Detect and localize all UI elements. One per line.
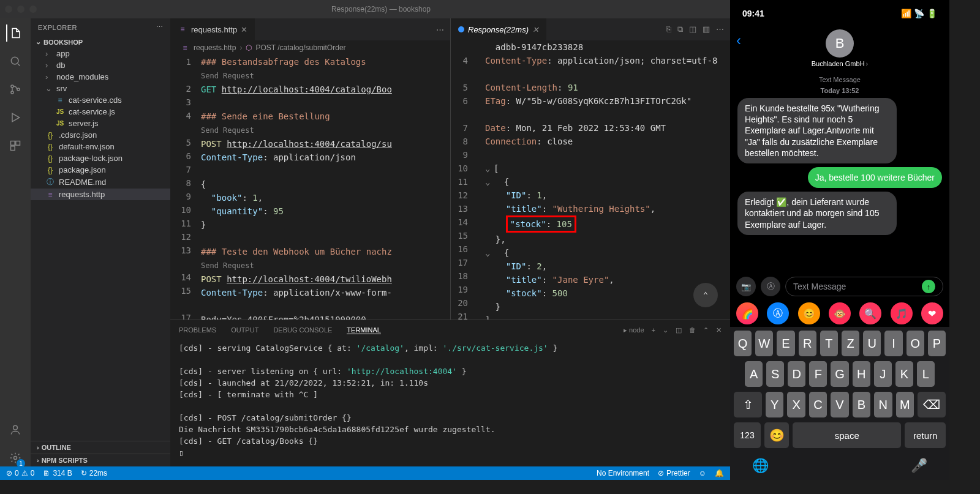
- tab-output[interactable]: OUTPUT: [231, 326, 258, 334]
- tab-requests[interactable]: ≡ requests.http ✕: [170, 18, 255, 40]
- status-feedback-icon[interactable]: ☺: [699, 469, 706, 477]
- project-root[interactable]: ⌄BOOKSHOP: [31, 36, 170, 48]
- save-icon[interactable]: ⎘: [666, 24, 671, 34]
- key-e[interactable]: E: [777, 331, 794, 356]
- backspace-key[interactable]: ⌫: [918, 392, 946, 417]
- key-y[interactable]: Y: [766, 392, 783, 417]
- app-stickers[interactable]: 🐵: [829, 302, 851, 324]
- code-editor-right[interactable]: 456789101112131415161718192021 adbb-9147…: [451, 40, 730, 320]
- source-control-icon[interactable]: [7, 81, 24, 98]
- key-c[interactable]: C: [809, 392, 827, 417]
- file-package[interactable]: {}package.json: [31, 164, 170, 176]
- traffic-lights[interactable]: [5, 6, 37, 13]
- key-o[interactable]: O: [907, 331, 924, 356]
- folder-node-modules[interactable]: ›node_modules: [31, 71, 170, 83]
- app-photos[interactable]: 🌈: [736, 302, 758, 324]
- key-v[interactable]: V: [831, 392, 848, 417]
- key-g[interactable]: G: [831, 361, 848, 387]
- return-key[interactable]: return: [905, 422, 946, 448]
- key-f[interactable]: F: [809, 361, 827, 387]
- layout-icon[interactable]: ▥: [703, 24, 710, 34]
- folder-app[interactable]: ›app: [31, 48, 170, 59]
- terminal-output[interactable]: [cds] - serving CatalogService { at: '/c…: [170, 340, 730, 466]
- folder-db[interactable]: ›db: [31, 59, 170, 71]
- more-icon[interactable]: ⋯: [716, 24, 724, 34]
- code-editor-left[interactable]: 12345678910111213141517 ### Bestandsabfr…: [170, 55, 450, 320]
- key-d[interactable]: D: [788, 361, 805, 387]
- camera-icon[interactable]: 📷: [736, 277, 756, 296]
- split-icon[interactable]: ◫: [689, 24, 696, 34]
- message-incoming[interactable]: Erledigt ✅, dein Lieferant wurde kontakt…: [737, 192, 897, 235]
- folder-srv[interactable]: ⌄srv: [31, 83, 170, 94]
- app-search[interactable]: 🔍: [859, 302, 881, 324]
- chevron-up-icon[interactable]: ⌃: [703, 326, 709, 334]
- min-dot[interactable]: [17, 6, 24, 13]
- chat-body[interactable]: Text Message Today 13:52 Ein Kunde beste…: [730, 72, 949, 273]
- close-icon[interactable]: ✕: [241, 25, 247, 34]
- message-input[interactable]: Text Message ↑: [785, 277, 943, 296]
- message-outgoing[interactable]: Ja, bestelle 100 weitere Bücher: [808, 167, 942, 188]
- key-k[interactable]: K: [895, 361, 913, 387]
- max-dot[interactable]: [29, 6, 37, 13]
- contact-name[interactable]: Buchladen GmbH ›: [812, 60, 869, 67]
- chevron-down-icon[interactable]: ⌄: [663, 326, 668, 334]
- avatar[interactable]: B: [826, 29, 854, 58]
- scroll-up-button[interactable]: ⌃: [693, 283, 718, 307]
- close-icon[interactable]: ✕: [532, 25, 539, 34]
- status-errors[interactable]: ⊘ 0 ⚠ 0: [6, 469, 34, 477]
- minimap[interactable]: [413, 55, 450, 320]
- shift-key[interactable]: ⇧: [734, 392, 762, 417]
- emoji-key[interactable]: 😊: [764, 422, 789, 448]
- status-time[interactable]: ↻ 22ms: [81, 469, 107, 477]
- account-icon[interactable]: [7, 421, 24, 438]
- key-p[interactable]: P: [928, 331, 946, 356]
- file-readme[interactable]: ⓘREADME.md: [31, 176, 170, 189]
- app-store[interactable]: Ⓐ: [767, 302, 789, 324]
- close-icon[interactable]: ✕: [716, 326, 722, 334]
- tab-terminal[interactable]: TERMINAL: [347, 326, 381, 334]
- send-icon[interactable]: ↑: [922, 280, 935, 293]
- terminal-shell[interactable]: ▸ node: [624, 326, 644, 334]
- numbers-key[interactable]: 123: [734, 422, 761, 448]
- message-incoming[interactable]: Ein Kunde bestellte 95x "Wuthering Heigh…: [737, 98, 897, 163]
- more-icon[interactable]: ⋯: [156, 23, 164, 31]
- explorer-icon[interactable]: [6, 24, 23, 42]
- trash-icon[interactable]: 🗑: [689, 326, 696, 334]
- split-terminal-icon[interactable]: ◫: [676, 326, 682, 334]
- key-r[interactable]: R: [799, 331, 816, 356]
- key-z[interactable]: Z: [842, 331, 859, 356]
- key-l[interactable]: L: [917, 361, 935, 387]
- status-bell-icon[interactable]: 🔔: [715, 469, 724, 477]
- more-icon[interactable]: ⋯: [436, 25, 444, 34]
- key-t[interactable]: T: [820, 331, 838, 356]
- extensions-icon[interactable]: [7, 137, 24, 154]
- outline-section[interactable]: ›OUTLINE: [31, 441, 170, 454]
- file-cat-service-cds[interactable]: ≡cat-service.cds: [31, 94, 170, 106]
- search-icon[interactable]: [7, 53, 24, 70]
- file-package-lock[interactable]: {}package-lock.json: [31, 152, 170, 164]
- key-j[interactable]: J: [874, 361, 892, 387]
- file-cat-service-js[interactable]: JScat-service.js: [31, 106, 170, 118]
- breadcrumb[interactable]: ≡ requests.http › ⬡ POST /catalog/submit…: [170, 40, 450, 55]
- app-memoji[interactable]: 😊: [798, 302, 820, 324]
- key-n[interactable]: N: [874, 392, 892, 417]
- app-digital-touch[interactable]: ❤: [921, 302, 943, 324]
- tab-response[interactable]: Response(22ms) ✕: [451, 18, 546, 40]
- run-debug-icon[interactable]: [7, 109, 24, 126]
- status-prettier[interactable]: ⊘ Prettier: [658, 469, 690, 477]
- file-server-js[interactable]: JSserver.js: [31, 118, 170, 129]
- new-terminal-icon[interactable]: +: [652, 326, 655, 334]
- key-h[interactable]: H: [853, 361, 870, 387]
- space-key[interactable]: space: [793, 422, 901, 448]
- key-s[interactable]: S: [766, 361, 784, 387]
- key-q[interactable]: Q: [734, 331, 752, 356]
- key-m[interactable]: M: [896, 392, 914, 417]
- back-button[interactable]: ‹: [736, 32, 741, 49]
- tab-problems[interactable]: PROBLEMS: [179, 326, 216, 334]
- file-requests-http[interactable]: ≡requests.http: [31, 189, 170, 200]
- tab-debug[interactable]: DEBUG CONSOLE: [273, 326, 332, 334]
- file-default-env[interactable]: {}default-env.json: [31, 141, 170, 152]
- key-x[interactable]: X: [787, 392, 805, 417]
- copy-icon[interactable]: ⧉: [677, 24, 683, 34]
- key-a[interactable]: A: [745, 361, 763, 387]
